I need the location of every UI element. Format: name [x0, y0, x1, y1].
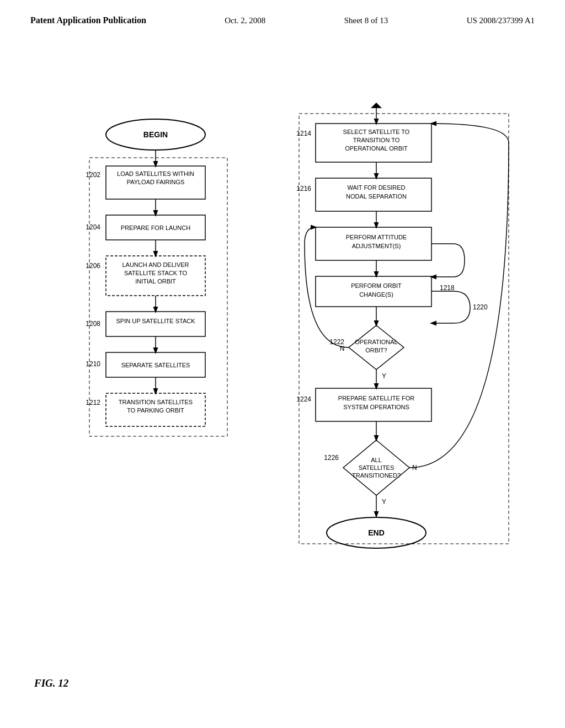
page-header: Patent Application Publication Oct. 2, 2… [0, 0, 565, 31]
label-1220: 1220 [473, 303, 488, 311]
n1202-text: LOAD SATELLITES WITHIN [117, 170, 194, 177]
svg-text:TO PARKING ORBIT: TO PARKING ORBIT [127, 407, 184, 414]
flowchart-svg: BEGIN LOAD SATELLITES WITHIN PAYLOAD FAI… [34, 53, 531, 676]
label-1204: 1204 [86, 223, 100, 231]
date-label: Oct. 2, 2008 [225, 16, 265, 25]
svg-text:OPERATIONAL ORBIT: OPERATIONAL ORBIT [345, 145, 408, 152]
n1204-text: PREPARE FOR LAUNCH [121, 224, 190, 231]
label-1214: 1214 [296, 130, 311, 137]
begin-label: BEGIN [143, 130, 168, 139]
svg-text:INITIAL ORBIT: INITIAL ORBIT [135, 278, 176, 285]
n1226-diamond: ALL [371, 457, 382, 463]
label-1202: 1202 [86, 171, 100, 179]
end-label: END [368, 528, 385, 537]
svg-text:TRANSITION TO: TRANSITION TO [353, 137, 400, 143]
n1222-diamond: OPERATIONAL [355, 339, 397, 345]
svg-text:NODAL SEPARATION: NODAL SEPARATION [346, 193, 407, 200]
n1216-text: WAIT FOR DESIRED [347, 184, 405, 191]
svg-text:TRANSITIONED?: TRANSITIONED? [352, 472, 401, 479]
svg-marker-19 [371, 103, 382, 108]
y-label-1222: Y [382, 372, 386, 380]
n1218-text: PERFORM ORBIT [351, 282, 402, 289]
label-1226: 1226 [324, 454, 339, 462]
n1210-text: SEPARATE SATELLITES [121, 362, 190, 368]
label-1206: 1206 [86, 262, 100, 270]
attitude-text: PERFORM ATTITUDE [346, 234, 407, 240]
n1212-text: TRANSITION SATELLITES [119, 399, 193, 405]
svg-text:ORBIT?: ORBIT? [365, 347, 387, 354]
label-1208: 1208 [86, 320, 100, 328]
flowchart: BEGIN LOAD SATELLITES WITHIN PAYLOAD FAI… [34, 53, 531, 678]
svg-text:SYSTEM OPERATIONS: SYSTEM OPERATIONS [343, 404, 409, 410]
y-label-1226: Y [382, 498, 386, 506]
n-label-1222: N [340, 345, 345, 352]
patent-number: US 2008/237399 A1 [467, 16, 535, 25]
figure-label: FIG. 12 [34, 677, 68, 689]
svg-text:ADJUSTMENT(S): ADJUSTMENT(S) [352, 243, 401, 249]
svg-text:SATELLITES: SATELLITES [359, 464, 395, 471]
main-content: BEGIN LOAD SATELLITES WITHIN PAYLOAD FAI… [0, 31, 565, 695]
n1224-text: PREPARE SATELLITE FOR [338, 395, 414, 402]
svg-text:PAYLOAD FAIRINGS: PAYLOAD FAIRINGS [127, 179, 185, 185]
label-1224: 1224 [296, 395, 311, 403]
svg-text:SATELLITE STACK TO: SATELLITE STACK TO [124, 270, 188, 276]
sheet-label: Sheet 8 of 13 [344, 16, 388, 25]
publication-label: Patent Application Publication [30, 15, 146, 25]
label-1216: 1216 [296, 185, 311, 192]
n1206-text: LAUNCH AND DELIVER [122, 261, 189, 268]
n1214-text: SELECT SATELLITE TO [343, 129, 410, 135]
svg-text:CHANGE(S): CHANGE(S) [359, 291, 393, 298]
label-1210: 1210 [86, 360, 100, 368]
n1208-text: SPIN UP SATELLITE STACK [116, 318, 195, 324]
label-1212: 1212 [86, 399, 100, 406]
label-1218: 1218 [440, 284, 455, 292]
